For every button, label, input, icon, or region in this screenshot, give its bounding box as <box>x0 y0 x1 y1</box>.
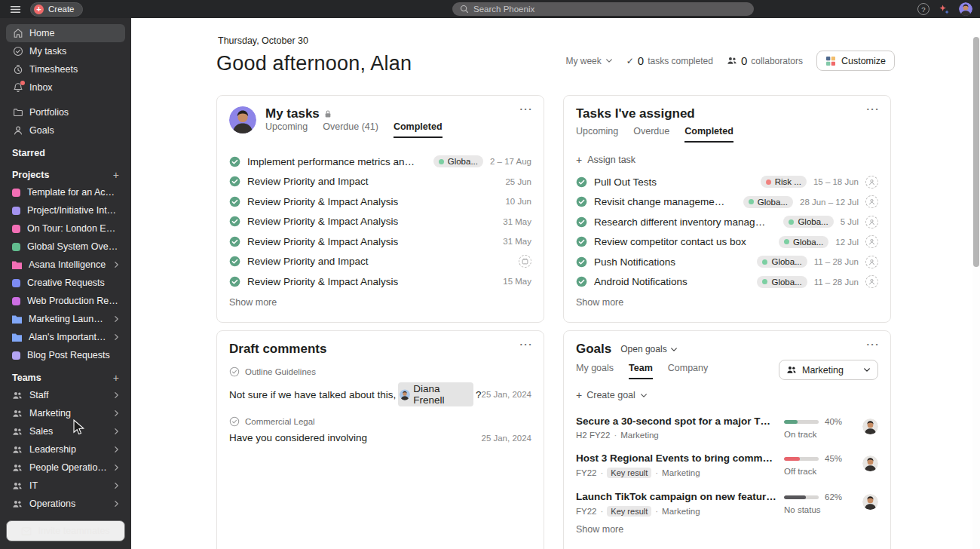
create-button[interactable]: + Create <box>30 2 83 17</box>
my-tasks-tab[interactable]: Overdue (41) <box>323 121 378 138</box>
completed-check-icon[interactable] <box>576 256 587 268</box>
widget-menu-icon[interactable]: ··· <box>867 339 880 350</box>
sidebar-project-item[interactable]: On Tour: London Event <box>6 219 125 238</box>
chevron-right-icon[interactable] <box>114 409 119 417</box>
sidebar-team-item[interactable]: Leadership <box>6 440 125 459</box>
chevron-right-icon[interactable] <box>114 261 119 268</box>
project-tag[interactable]: Globa... <box>757 256 807 268</box>
completed-check-icon[interactable] <box>229 276 240 287</box>
draft-comment[interactable]: Commercial Legal Have you considered inv… <box>229 416 531 443</box>
sidebar-project-item[interactable]: Asana Intelligence <box>6 256 125 274</box>
customize-button[interactable]: Customize <box>816 51 895 71</box>
task-row[interactable]: Android Notifications Globa... 11 – 28 J… <box>576 272 878 293</box>
tasks-assigned-tab[interactable]: Upcoming <box>576 126 618 143</box>
show-more-link[interactable]: Show more <box>576 524 623 535</box>
project-tag[interactable]: Globa... <box>783 216 833 228</box>
sidebar-nav-item[interactable]: Home <box>6 24 125 42</box>
my-tasks-tab[interactable]: Completed <box>394 121 443 138</box>
sidebar-project-item[interactable]: Web Production Requests <box>6 292 125 310</box>
my-week-dropdown[interactable]: My week <box>565 56 612 66</box>
completed-check-icon[interactable] <box>229 196 240 207</box>
task-row[interactable]: Review Priority & Impact Analysis 31 May <box>229 232 531 252</box>
completed-check-icon[interactable] <box>229 216 240 227</box>
sidebar-team-item[interactable]: Staff <box>6 386 125 404</box>
sidebar-project-item[interactable]: Template for an Account... <box>6 183 125 201</box>
goals-tab[interactable]: My goals <box>576 363 614 379</box>
chevron-right-icon[interactable] <box>114 464 119 471</box>
completed-check-icon[interactable] <box>229 176 240 187</box>
add-project-icon[interactable]: + <box>113 169 119 181</box>
chevron-right-icon[interactable] <box>114 428 119 435</box>
task-row[interactable]: Review Priority and Impact 25 Jun <box>229 172 531 192</box>
completed-check-icon[interactable] <box>576 216 587 228</box>
task-row[interactable]: Pull Out Tests Risk ... 15 – 18 Jun <box>576 172 878 192</box>
completed-check-icon[interactable] <box>576 236 587 247</box>
my-tasks-tab[interactable]: Upcoming <box>265 121 308 138</box>
task-row[interactable]: Research different inventory management … <box>576 212 878 232</box>
sidebar-projects-header[interactable]: Projects + <box>6 167 125 183</box>
goal-owner-avatar[interactable] <box>862 419 878 434</box>
widget-menu-icon[interactable]: ··· <box>867 103 880 115</box>
completed-check-icon[interactable] <box>229 236 240 247</box>
chevron-right-icon[interactable] <box>114 500 119 508</box>
ai-sparkle-icon[interactable] <box>939 4 950 15</box>
scrollbar-track[interactable] <box>972 36 980 549</box>
goal-row[interactable]: Host 3 Regional Events to bring communit… <box>576 452 878 478</box>
goal-owner-avatar[interactable] <box>862 455 878 471</box>
task-row[interactable]: Review Priority & Impact Analysis 15 May <box>229 271 531 292</box>
goals-tab[interactable]: Team <box>629 363 653 379</box>
sidebar-toggle-icon[interactable] <box>8 2 23 17</box>
assignee-placeholder-icon[interactable] <box>865 216 878 228</box>
sidebar-team-item[interactable]: Sales <box>6 422 125 440</box>
show-more-link[interactable]: Show more <box>576 297 623 308</box>
sidebar-nav-item[interactable]: Inbox <box>6 78 125 97</box>
goal-owner-avatar[interactable] <box>862 494 878 510</box>
widget-menu-icon[interactable]: ··· <box>520 339 534 350</box>
completed-check-icon[interactable] <box>576 196 587 207</box>
assignee-placeholder-icon[interactable] <box>865 256 878 268</box>
draft-comment[interactable]: Outline Guidelines Not sure if we have t… <box>229 367 531 406</box>
sidebar-project-item[interactable]: Creative Requests <box>6 274 125 292</box>
project-tag[interactable]: Globa... <box>743 196 793 208</box>
task-row[interactable]: Review Priority & Impact Analysis 31 May <box>229 212 531 232</box>
project-tag[interactable]: Risk ... <box>761 176 807 188</box>
task-row[interactable]: Review competitor contact us box Globa..… <box>576 232 878 253</box>
task-row[interactable]: Push Notifications Globa... 11 – 28 Jun <box>576 252 878 272</box>
assign-task-button[interactable]: + Assign task <box>576 152 878 167</box>
sidebar-library-item[interactable]: Portfolios <box>6 103 125 121</box>
draft-task-name[interactable]: Commercial Legal <box>245 417 315 426</box>
open-goals-dropdown[interactable]: Open goals <box>620 344 677 354</box>
task-row[interactable]: Revisit change management strategies Glo… <box>576 192 878 213</box>
chevron-right-icon[interactable] <box>114 446 119 453</box>
draft-task-name[interactable]: Outline Guidelines <box>245 367 316 376</box>
sidebar-project-item[interactable]: Blog Post Requests <box>6 346 125 364</box>
sidebar-nav-item[interactable]: Timesheets <box>6 60 125 78</box>
create-goal-button[interactable]: + Create goal <box>576 388 878 403</box>
team-filter-select[interactable]: Marketing <box>779 360 878 380</box>
invite-teammates-button[interactable]: Invite teammates <box>6 520 125 541</box>
search-input[interactable]: Search Phoenix <box>452 2 754 16</box>
sidebar-library-item[interactable]: Goals <box>6 121 125 140</box>
assignee-placeholder-icon[interactable] <box>865 195 878 208</box>
chevron-right-icon[interactable] <box>114 391 119 399</box>
tasks-assigned-tab[interactable]: Overdue <box>633 126 669 143</box>
chevron-right-icon[interactable] <box>114 315 119 323</box>
assignee-placeholder-icon[interactable] <box>865 235 878 248</box>
project-tag[interactable]: Globa... <box>433 155 483 167</box>
task-row[interactable]: Implement performance metrics and monito… <box>229 152 531 172</box>
task-row[interactable]: Review Priority and Impact <box>229 252 531 272</box>
sidebar-starred-header[interactable]: Starred <box>6 145 125 161</box>
sidebar-nav-item[interactable]: My tasks <box>6 42 125 60</box>
user-mention[interactable]: Diana Frenell <box>398 382 473 406</box>
sidebar-teams-header[interactable]: Teams + <box>6 370 125 386</box>
help-button[interactable]: ? <box>917 3 929 15</box>
sidebar-team-item[interactable]: IT <box>6 477 125 495</box>
sidebar-team-item[interactable]: Marketing <box>6 404 125 422</box>
sidebar-team-item[interactable]: People Operations <box>6 459 125 477</box>
show-more-link[interactable]: Show more <box>229 297 277 308</box>
goal-row[interactable]: Secure a 30-second spot for a major TV e… <box>576 416 878 440</box>
sidebar-project-item[interactable]: Marketing Launches <box>6 310 125 328</box>
tasks-assigned-tab[interactable]: Completed <box>684 126 733 143</box>
sidebar-project-item[interactable]: Global System Overhaul <box>6 238 125 256</box>
assignee-placeholder-icon[interactable] <box>865 176 878 189</box>
